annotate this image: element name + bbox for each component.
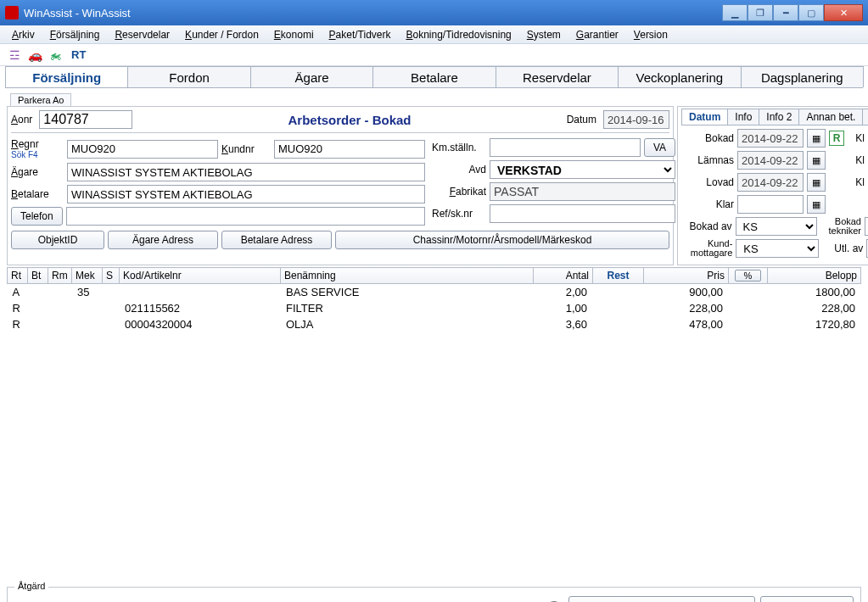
- window-titlebar: WinAssist - WinAssist ▁ ❐ ━ ▢ ✕: [0, 0, 868, 25]
- agare-adress-button[interactable]: Ägare Adress: [108, 231, 218, 249]
- kundmott-select[interactable]: KS: [736, 239, 818, 258]
- col-pris[interactable]: Pris: [644, 268, 729, 284]
- calendar-icon[interactable]: ▦: [807, 195, 826, 214]
- calendar-icon[interactable]: ▦: [807, 151, 826, 170]
- bokad-date[interactable]: [737, 129, 804, 148]
- window-buttons: ▁ ❐ ━ ▢ ✕: [722, 4, 863, 21]
- klar-date[interactable]: [737, 195, 804, 214]
- betalare-label: Betalare: [11, 188, 64, 200]
- bike-icon[interactable]: 🏍: [48, 47, 63, 63]
- tab-reservdelar[interactable]: Reservdelar: [496, 66, 619, 87]
- betalare-adress-button[interactable]: Betalare Adress: [221, 231, 332, 249]
- fabrikat-label: Fabrikat: [432, 186, 486, 198]
- window-title: WinAssist - WinAssist: [24, 7, 722, 20]
- lovad-date[interactable]: [737, 173, 804, 192]
- side-tabs: Datum Info Info 2 Annan bet. Diverse: [681, 109, 868, 125]
- col-benamning[interactable]: Benämning: [281, 268, 534, 284]
- col-belopp[interactable]: Belopp: [768, 268, 861, 284]
- menu-reservdelar[interactable]: Reservdelar: [108, 27, 176, 42]
- avd-select[interactable]: VERKSTAD: [490, 160, 675, 179]
- tab-forsaljning[interactable]: Försäljning: [5, 66, 128, 87]
- side-tab-annan[interactable]: Annan bet.: [798, 109, 863, 125]
- menu-paket-tidverk[interactable]: Paket/Tidverk: [322, 27, 398, 42]
- agare-input[interactable]: [67, 163, 425, 181]
- col-pct[interactable]: %: [729, 268, 768, 284]
- regnr-input[interactable]: [67, 140, 218, 159]
- agare-label: Ägare: [11, 166, 64, 178]
- side-tab-info[interactable]: Info: [727, 109, 759, 125]
- bokad-av-label: Bokad av: [683, 220, 732, 232]
- table-row[interactable]: R00004320004OLJA3,60478,001720,80: [8, 316, 861, 332]
- order-lines-grid[interactable]: Rt Bt Rm Mek S Kod/Artikelnr Benämning A…: [7, 267, 861, 578]
- bokad-tek-label: Bokad tekniker: [820, 217, 861, 236]
- tab-veckoplanering[interactable]: Veckoplanering: [618, 66, 741, 87]
- telefon-button[interactable]: Telefon: [11, 207, 63, 226]
- parkera-ao-tab[interactable]: Parkera Ao: [10, 93, 71, 106]
- checklist-icon[interactable]: ☲: [7, 47, 22, 63]
- skapa-ny-button[interactable]: Skapa ny Arbetsorder: [568, 596, 755, 602]
- col-rm[interactable]: Rm: [48, 268, 72, 284]
- menu-version[interactable]: Version: [627, 27, 675, 42]
- menu-forsaljning[interactable]: Försäljning: [43, 27, 107, 42]
- sokningar-button[interactable]: Sökningar (F4): [760, 596, 854, 602]
- objektid-button[interactable]: ObjektID: [11, 231, 104, 249]
- km-input[interactable]: [490, 138, 641, 157]
- side-panel: Datum Info Info 2 Annan bet. Diverse Bok…: [677, 106, 868, 265]
- menu-kunder-fordon[interactable]: Kunder / Fordon: [178, 27, 266, 42]
- lamnas-date[interactable]: [737, 151, 804, 170]
- tab-fordon[interactable]: Fordon: [127, 66, 250, 87]
- menu-garantier[interactable]: Garantier: [569, 27, 625, 42]
- table-row[interactable]: R021115562FILTER1,00228,00228,00: [8, 300, 861, 316]
- close-button[interactable]: ✕: [824, 4, 863, 21]
- car-icon[interactable]: 🚗: [27, 47, 42, 63]
- bokad-av-select[interactable]: KS: [736, 217, 817, 236]
- utl-label: Utl. av: [822, 242, 864, 254]
- chassinr-button[interactable]: Chassinr/Motornr/Årsmodell/Märkeskod: [335, 231, 669, 249]
- app-icon: [5, 6, 19, 20]
- main-tabs: Försäljning Fordon Ägare Betalare Reserv…: [5, 66, 863, 88]
- restore-button[interactable]: ❐: [748, 4, 773, 21]
- kundmott-label: Kund- mottagare: [683, 239, 732, 258]
- side-tab-diverse[interactable]: Diverse: [862, 109, 868, 125]
- fabrikat-input[interactable]: [490, 182, 675, 201]
- tab-dagsplanering[interactable]: Dagsplanering: [741, 66, 864, 87]
- col-mek[interactable]: Mek: [72, 268, 103, 284]
- menu-arkiv[interactable]: Arkiv: [5, 27, 42, 42]
- telefon-input[interactable]: [66, 207, 425, 226]
- lamnas-label: Lämnas: [683, 154, 734, 166]
- kundnr-input[interactable]: [274, 140, 425, 159]
- kl-label: Kl: [848, 176, 865, 188]
- table-row[interactable]: A35BAS SERVICE2,00900,001800,00: [8, 284, 861, 301]
- maximize-button[interactable]: ▢: [798, 4, 824, 21]
- ref-input[interactable]: [490, 204, 675, 223]
- content-area: Parkera Ao Aonr Arbetsorder - Bokad Datu…: [0, 88, 868, 583]
- minimize-button[interactable]: ▁: [722, 4, 748, 21]
- col-rt[interactable]: Rt: [8, 268, 28, 284]
- minimize2-button[interactable]: ━: [773, 4, 798, 21]
- aonr-input[interactable]: [39, 110, 132, 129]
- col-rest[interactable]: Rest: [593, 268, 644, 284]
- col-s[interactable]: S: [103, 268, 120, 284]
- side-tab-info2[interactable]: Info 2: [759, 109, 799, 125]
- bottom-panel: Åtgärd ◀◀ ◀ ▶ ▶▶ Aktivera Stämplad tid S…: [7, 587, 861, 602]
- calendar-icon[interactable]: ▦: [807, 129, 826, 148]
- menu-bokning[interactable]: Bokning/Tidredovisning: [399, 27, 518, 42]
- betalare-input[interactable]: [67, 185, 425, 203]
- bokad-tek-select[interactable]: KS: [865, 217, 868, 236]
- col-bt[interactable]: Bt: [28, 268, 48, 284]
- tab-agare[interactable]: Ägare: [250, 66, 373, 87]
- rt-label[interactable]: RT: [71, 48, 86, 61]
- calendar-icon[interactable]: ▦: [807, 173, 826, 192]
- col-antal[interactable]: Antal: [534, 268, 593, 284]
- bokad-label: Bokad: [683, 132, 734, 144]
- datum-input[interactable]: [603, 110, 669, 129]
- tab-betalare[interactable]: Betalare: [372, 66, 496, 87]
- menu-system[interactable]: System: [520, 27, 568, 42]
- side-tab-datum[interactable]: Datum: [681, 109, 728, 125]
- r-badge[interactable]: R: [829, 131, 844, 146]
- regnr-label-wrap: Regnr Sök F4: [11, 138, 64, 159]
- menu-ekonomi[interactable]: Ekonomi: [267, 27, 321, 42]
- col-kod[interactable]: Kod/Artikelnr: [120, 268, 281, 284]
- va-button[interactable]: VA: [644, 138, 675, 157]
- pct-button[interactable]: %: [735, 270, 762, 281]
